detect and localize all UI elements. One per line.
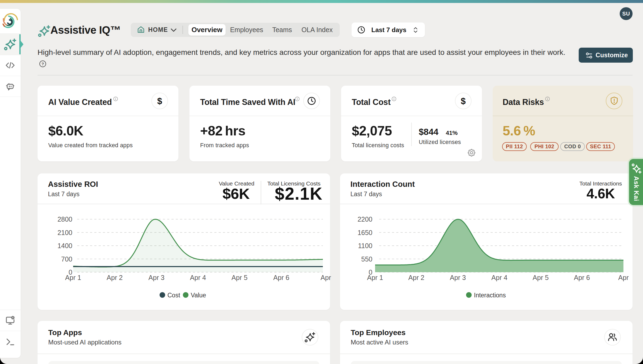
svg-text:2100: 2100 — [57, 229, 72, 236]
svg-text:Apr 4: Apr 4 — [190, 274, 206, 281]
svg-text:Apr 6: Apr 6 — [273, 274, 289, 281]
svg-text:Apr 4: Apr 4 — [491, 274, 507, 281]
svg-text:Apr 1: Apr 1 — [65, 274, 81, 281]
svg-text:Apr 5: Apr 5 — [231, 274, 248, 281]
svg-text:Value: Value — [191, 292, 206, 299]
svg-text:Apr 3: Apr 3 — [148, 274, 165, 281]
svg-text:Apr 6: Apr 6 — [574, 274, 590, 281]
svg-text:Interactions: Interactions — [474, 292, 506, 299]
svg-text:2800: 2800 — [57, 215, 72, 223]
svg-text:550: 550 — [361, 255, 372, 263]
svg-text:Apr 5: Apr 5 — [533, 274, 549, 281]
svg-text:2200: 2200 — [357, 215, 372, 223]
svg-text:?: ? — [42, 62, 44, 66]
svg-text:Apr: Apr — [321, 274, 331, 281]
svg-text:700: 700 — [61, 255, 72, 263]
svg-text:Apr 2: Apr 2 — [107, 274, 123, 281]
svg-text:1100: 1100 — [358, 242, 372, 249]
svg-text:1650: 1650 — [357, 229, 372, 236]
svg-text:1400: 1400 — [57, 242, 72, 249]
svg-text:Cost: Cost — [167, 292, 180, 299]
svg-text:Apr 2: Apr 2 — [408, 274, 424, 281]
svg-text:Apr 1: Apr 1 — [367, 274, 383, 281]
svg-text:Apr: Apr — [618, 274, 629, 281]
svg-text:Apr 3: Apr 3 — [450, 274, 466, 281]
